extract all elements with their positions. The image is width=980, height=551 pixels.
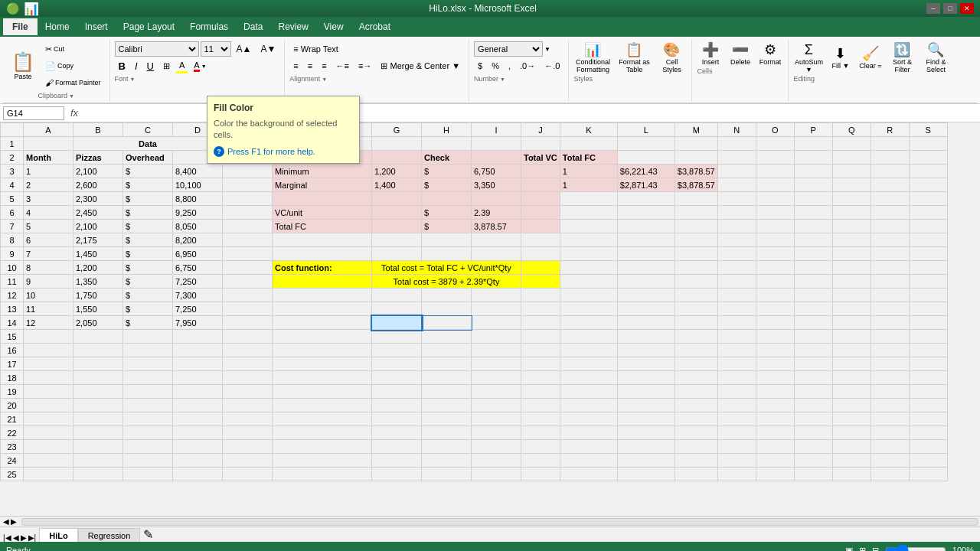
cell-r12[interactable]: [871, 289, 909, 302]
cell-f5[interactable]: [273, 192, 372, 206]
cell-b2[interactable]: Pizzas: [74, 151, 123, 165]
cell-h5[interactable]: [422, 192, 472, 206]
maximize-button[interactable]: □: [943, 3, 957, 14]
cell-r3[interactable]: [871, 165, 909, 178]
cell-c10[interactable]: $: [123, 261, 173, 275]
cell-b4[interactable]: 2,600: [74, 178, 123, 192]
cell-o8[interactable]: [756, 233, 794, 247]
tab-nav-prev[interactable]: ◀: [13, 533, 19, 542]
cell-p11[interactable]: [794, 275, 832, 289]
cell-d14[interactable]: 7,950: [173, 316, 223, 330]
cell-l1[interactable]: [617, 137, 675, 151]
horizontal-scrollbar[interactable]: ◀ ▶: [0, 516, 980, 527]
cell-a8[interactable]: 6: [24, 233, 74, 247]
cell-e3[interactable]: [223, 165, 273, 178]
menu-insert[interactable]: Insert: [77, 18, 116, 35]
cell-l7[interactable]: [617, 220, 675, 233]
cell-r11[interactable]: [871, 275, 909, 289]
cell-k5[interactable]: [560, 192, 617, 206]
cell-j13[interactable]: [521, 302, 560, 316]
cell-n11[interactable]: [717, 275, 756, 289]
cell-q13[interactable]: [832, 302, 871, 316]
cell-m9[interactable]: [675, 247, 717, 261]
cell-q2[interactable]: [832, 151, 871, 165]
cell-g13[interactable]: [372, 302, 422, 316]
cell-o5[interactable]: [756, 192, 794, 206]
cell-e5[interactable]: [223, 192, 273, 206]
cell-p2[interactable]: [794, 151, 832, 165]
cell-h13[interactable]: [422, 302, 472, 316]
align-left-button[interactable]: ≡: [289, 58, 302, 73]
col-header-l[interactable]: L: [617, 123, 675, 137]
indent-increase-button[interactable]: ≡→: [354, 58, 375, 73]
cell-b14[interactable]: 2,050: [74, 316, 123, 330]
cell-n7[interactable]: [717, 220, 756, 233]
close-button[interactable]: ✕: [960, 3, 974, 14]
cell-o10[interactable]: [756, 261, 794, 275]
cell-p10[interactable]: [794, 261, 832, 275]
col-header-g[interactable]: G: [372, 123, 422, 137]
cell-j10[interactable]: [521, 261, 560, 275]
cell-q6[interactable]: [832, 206, 871, 220]
cell-e12[interactable]: [223, 289, 273, 302]
cell-i5[interactable]: [472, 192, 521, 206]
cell-k12[interactable]: [560, 289, 617, 302]
cell-d3[interactable]: 8,400: [173, 165, 223, 178]
cell-i4[interactable]: 3,350: [472, 178, 521, 192]
menu-file[interactable]: File: [3, 18, 38, 35]
cell-o3[interactable]: [756, 165, 794, 178]
cell-j4[interactable]: [521, 178, 560, 192]
cell-f9[interactable]: [273, 247, 372, 261]
cell-n12[interactable]: [717, 289, 756, 302]
col-header-i[interactable]: I: [472, 123, 521, 137]
indent-decrease-button[interactable]: ←≡: [332, 58, 353, 73]
cell-c9[interactable]: $: [123, 247, 173, 261]
cell-b11[interactable]: 1,350: [74, 275, 123, 289]
cell-g8[interactable]: [372, 233, 422, 247]
cell-g4[interactable]: 1,400: [372, 178, 422, 192]
cell-d11[interactable]: 7,250: [173, 275, 223, 289]
cell-s4[interactable]: [909, 178, 947, 192]
cell-j3[interactable]: [521, 165, 560, 178]
cell-f4[interactable]: Marginal: [273, 178, 372, 192]
minimize-button[interactable]: –: [926, 3, 940, 14]
cell-h9[interactable]: [422, 247, 472, 261]
tab-hilo[interactable]: HiLo: [39, 528, 77, 542]
cell-g2[interactable]: [372, 151, 422, 165]
cell-h7[interactable]: $: [422, 220, 472, 233]
menu-acrobat[interactable]: Acrobat: [351, 18, 398, 35]
cell-p7[interactable]: [794, 220, 832, 233]
cut-button[interactable]: ✂Cut: [41, 41, 105, 57]
cell-q7[interactable]: [832, 220, 871, 233]
cell-r8[interactable]: [871, 233, 909, 247]
cell-e10[interactable]: [223, 261, 273, 275]
cell-c3[interactable]: $: [123, 165, 173, 178]
underline-button[interactable]: U: [143, 58, 158, 73]
cell-h6[interactable]: $: [422, 206, 472, 220]
cell-q12[interactable]: [832, 289, 871, 302]
bold-button[interactable]: B: [115, 58, 129, 73]
cell-i13[interactable]: [472, 302, 521, 316]
cell-p13[interactable]: [794, 302, 832, 316]
cell-e13[interactable]: [223, 302, 273, 316]
align-center-button[interactable]: ≡: [304, 58, 316, 73]
cell-j2[interactable]: Total VC: [521, 151, 560, 165]
cell-g9[interactable]: [372, 247, 422, 261]
cell-d8[interactable]: 8,200: [173, 233, 223, 247]
comma-button[interactable]: ,: [505, 58, 514, 73]
cell-q10[interactable]: [832, 261, 871, 275]
cell-p1[interactable]: [794, 137, 832, 151]
cell-m5[interactable]: [675, 192, 717, 206]
cell-a14[interactable]: 12: [24, 316, 74, 330]
view-page-break[interactable]: ⊟: [872, 546, 879, 552]
format-painter-button[interactable]: 🖌Format Painter: [41, 75, 105, 90]
cell-a13[interactable]: 11: [24, 302, 74, 316]
cell-r13[interactable]: [871, 302, 909, 316]
cell-s5[interactable]: [909, 192, 947, 206]
col-header-p[interactable]: P: [794, 123, 832, 137]
cell-s2[interactable]: [909, 151, 947, 165]
cell-r14[interactable]: [871, 316, 909, 330]
cell-h8[interactable]: [422, 233, 472, 247]
increase-font-button[interactable]: A▲: [233, 41, 256, 57]
cell-c12[interactable]: $: [123, 289, 173, 302]
